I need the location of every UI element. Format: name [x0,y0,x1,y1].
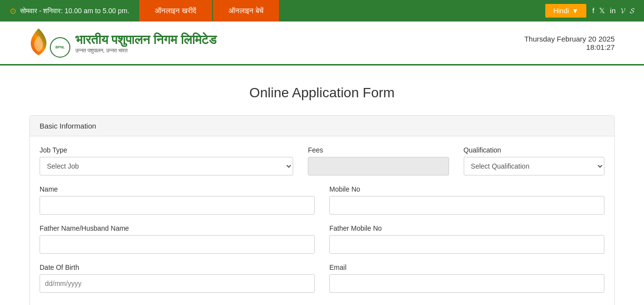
language-button[interactable]: Hindi ▼ [545,4,586,18]
logo-area: BPNL भारतीय पशुपालन निगम लिमिटेड उन्नत प… [29,28,216,58]
logo-text: भारतीय पशुपालन निगम लिमिटेड उन्नत पशुपाल… [75,32,216,54]
row-father: Father Name/Husband Name Father Mobile N… [40,224,604,254]
skype-icon[interactable]: 𝓢 [630,6,634,15]
logo-image: BPNL [29,28,70,58]
form-card: Basic Information Job Type Select Job Fe… [29,115,615,305]
linkedin-icon[interactable]: in [610,6,616,15]
name-label: Name [40,185,315,193]
father-mobile-input[interactable] [329,235,604,254]
form-body: Job Type Select Job Fees Qualification S… [30,136,614,305]
social-icons: f 𝕏 in 𝓥 𝓢 [592,6,634,15]
chevron-down-icon: ▼ [572,7,579,15]
row-dob: Date Of Birth Email [40,263,604,293]
name-group: Name [40,185,315,215]
site-header: BPNL भारतीय पशुपालन निगम लिमिटेड उन्नत प… [0,22,644,65]
top-bar-right: Hindi ▼ f 𝕏 in 𝓥 𝓢 [536,4,644,18]
schedule-text: सोमवार - शनिवार: 10.00 am to 5.00 pm. [20,7,129,15]
facebook-icon[interactable]: f [592,6,594,15]
site-title-hindi: भारतीय पशुपालन निगम लिमिटेड [75,32,216,47]
dob-label: Date Of Birth [40,263,315,271]
qualification-group: Qualification Select Qualification [464,146,604,175]
father-name-input[interactable] [40,235,315,254]
flame-logo [29,28,48,58]
twitter-icon[interactable]: 𝕏 [599,6,605,15]
father-mobile-group: Father Mobile No [329,224,604,254]
father-mobile-label: Father Mobile No [329,224,604,232]
name-input[interactable] [40,196,315,215]
top-bar: ⊙ सोमवार - शनिवार: 10.00 am to 5.00 pm. … [0,0,644,22]
qualification-label: Qualification [464,146,604,154]
father-name-label: Father Name/Husband Name [40,224,315,232]
dob-group: Date Of Birth [40,263,315,293]
mobile-no-label: Mobile No [329,185,604,193]
clock-icon: ⊙ [10,6,16,16]
schedule-bar: ⊙ सोमवार - शनिवार: 10.00 am to 5.00 pm. [0,6,139,16]
row-name: Name Mobile No [40,185,604,215]
top-nav: ऑनलाइन खरीदें ऑनलाइन बेचें [139,0,536,22]
header-date: Thursday February 20 2025 [524,35,615,43]
site-subtitle: उन्नत पशुपालन, उन्नत भारत [75,47,216,54]
fees-input [308,157,449,175]
form-section-title: Basic Information [30,116,614,136]
language-label: Hindi [553,7,569,15]
father-name-group: Father Name/Husband Name [40,224,315,254]
bpnl-badge: BPNL [50,37,70,58]
vimeo-icon[interactable]: 𝓥 [621,6,625,15]
email-label: Email [329,263,604,271]
dob-input[interactable] [40,274,315,293]
fees-group: Fees [308,146,449,175]
sell-online-button[interactable]: ऑनलाइन बेचें [213,0,279,22]
qualification-select[interactable]: Select Qualification [464,157,604,175]
main-content: Online Application Form Basic Informatio… [0,65,644,305]
job-type-group: Job Type Select Job [40,146,293,175]
email-group: Email [329,263,604,293]
buy-online-button[interactable]: ऑनलाइन खरीदें [139,0,212,22]
email-input[interactable] [329,274,604,293]
mobile-no-group: Mobile No [329,185,604,215]
mobile-no-input[interactable] [329,196,604,215]
bpnl-text: BPNL [55,45,64,49]
fees-label: Fees [308,146,449,154]
row-job-type: Job Type Select Job Fees Qualification S… [40,146,604,175]
job-type-select[interactable]: Select Job [40,157,293,175]
page-title: Online Application Form [29,85,615,101]
header-time: 18:01:27 [524,43,615,51]
job-type-label: Job Type [40,146,293,154]
header-datetime: Thursday February 20 2025 18:01:27 [524,35,615,51]
